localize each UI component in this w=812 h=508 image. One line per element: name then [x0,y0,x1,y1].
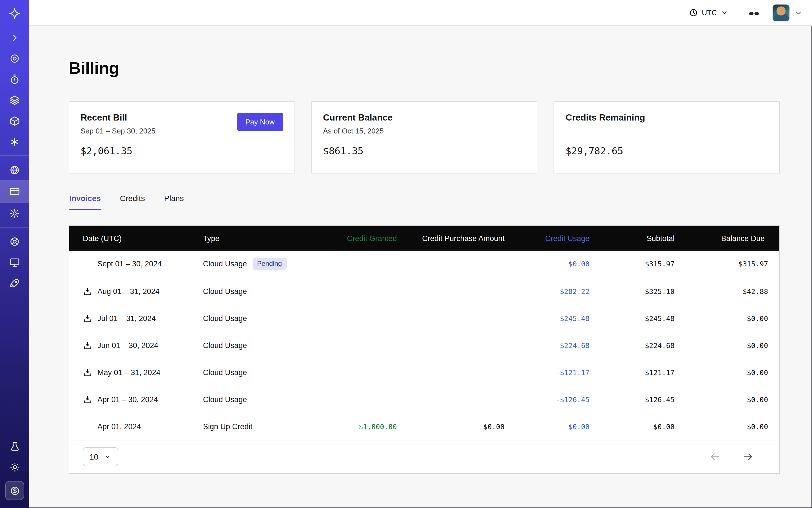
invoice-type: Sign Up Credit [203,422,253,431]
column-header-credit-purchase: Credit Purchase Amount [408,226,516,251]
sidebar-item-cube[interactable] [0,111,29,131]
glasses-icon[interactable] [748,6,760,19]
status-badge: Pending [253,258,286,270]
balance-due-value: $0.00 [686,413,779,440]
invoices-table: Date (UTC) Type Credit Granted Credit Pu… [69,226,779,440]
sidebar-item-theme[interactable] [0,457,29,477]
sidebar-item-globe[interactable] [0,159,29,180]
credit-purchase-value [408,386,516,413]
sidebar-item-layers[interactable] [0,90,29,111]
logo-icon[interactable] [0,0,29,27]
invoice-type: Cloud Usage [203,314,247,323]
sidebar-item-labs[interactable] [0,436,29,457]
sidebar [0,0,29,508]
table-row: Aug 01 – 31, 2024 Cloud Usage -$282.22 $… [69,278,779,305]
sidebar-item-console[interactable] [0,252,29,272]
column-header-date: Date (UTC) [69,226,203,251]
radar-icon [9,53,20,64]
table-row: Jun 01 – 30, 2024 Cloud Usage -$224.68 $… [69,332,779,359]
timer-icon [9,74,20,85]
invoice-date: Apr 01 – 30, 2024 [97,395,158,404]
balance-due-value: $0.00 [686,386,779,413]
subtotal-value: $245.48 [601,305,686,332]
download-invoice-icon[interactable] [83,394,92,404]
card-title: Current Balance [323,113,525,123]
credit-purchase-value: $0.00 [408,413,516,440]
card-subtitle [566,127,768,136]
download-invoice-icon[interactable] [83,313,92,323]
sidebar-item-support[interactable] [0,231,29,252]
credit-card-icon [9,186,20,197]
credit-usage-value: -$282.22 [516,278,601,305]
next-page-button[interactable] [741,450,755,464]
recent-bill-amount: $2,061.35 [81,145,283,157]
credit-granted-value [323,305,408,332]
sidebar-divider [0,227,29,227]
credit-granted-value: $1,000.00 [323,413,408,440]
avatar[interactable] [773,4,789,21]
balance-due-value: $315.97 [686,251,779,278]
download-invoice-icon[interactable] [83,340,92,350]
sidebar-item-radar[interactable] [0,48,29,69]
pay-now-button[interactable]: Pay Now [237,113,283,131]
credit-usage-value: $0.00 [516,251,601,278]
cube-icon [9,115,20,126]
page-size-select[interactable]: 10 [83,447,118,466]
page-title: Billing [69,58,780,78]
sidebar-item-billing[interactable] [0,180,29,203]
credit-purchase-value [408,359,516,386]
tab-plans[interactable]: Plans [164,190,184,210]
credits-remaining-card: Credits Remaining $29,782.65 [554,101,780,173]
column-header-credit-usage: Credit Usage [516,226,601,251]
download-invoice-icon[interactable] [83,286,92,296]
credit-purchase-value [408,305,516,332]
main-column: UTC Billing Recent Bill Sep 01 – Sep 30,… [29,0,812,508]
credit-granted-value [323,332,408,359]
dollar-coin-icon [9,485,20,496]
subtotal-value: $0.00 [601,413,686,440]
invoice-date: Sept 01 – 30, 2024 [97,260,162,268]
chevron-down-icon [103,453,111,461]
table-row: Apr 01, 2024 Sign Up Credit $1,000.00 $0… [69,413,779,440]
subtotal-value: $325.10 [601,278,686,305]
account-menu-chevron-icon[interactable] [794,8,803,17]
sidebar-item-timer[interactable] [0,69,29,90]
tab-credits[interactable]: Credits [119,190,145,210]
billing-page: Billing Recent Bill Sep 01 – Sep 30, 202… [29,26,812,508]
subtotal-value: $315.97 [601,251,686,278]
tab-invoices[interactable]: Invoices [69,190,101,210]
invoice-date: Jul 01 – 31, 2024 [97,314,156,323]
credit-usage-value: -$245.48 [516,305,601,332]
page-size-value: 10 [90,452,98,461]
invoice-date: Jun 01 – 30, 2024 [97,341,158,349]
invoice-date: Apr 01, 2024 [97,422,141,431]
credit-granted-value [323,359,408,386]
invoice-type: Cloud Usage [203,287,247,295]
chevron-down-icon [720,8,729,17]
subtotal-value: $121.17 [601,359,686,386]
table-row: Apr 01 – 30, 2024 Cloud Usage -$126.45 $… [69,386,779,413]
sidebar-item-deploy[interactable] [0,272,29,293]
rocket-icon [9,278,20,289]
download-invoice-icon[interactable] [83,368,92,377]
layers-icon [9,94,20,105]
clock-icon [689,8,698,17]
gear-icon [9,208,20,219]
invoice-type: Cloud Usage [203,368,247,377]
sidebar-item-settings[interactable] [0,203,29,223]
timezone-selector[interactable]: UTC [689,8,729,17]
recent-bill-card: Recent Bill Sep 01 – Sep 30, 2025 $2,061… [69,101,295,173]
balance-due-value: $0.00 [686,332,779,359]
table-row: Sept 01 – 30, 2024 Cloud UsagePending $0… [69,251,779,278]
sun-icon [9,462,20,472]
prev-page-button[interactable] [709,450,722,464]
sidebar-item-asterisk[interactable] [0,131,29,152]
sidebar-item-credits[interactable] [5,481,24,500]
invoice-type: Cloud Usage [203,260,247,268]
credit-granted-value [323,251,408,278]
sidebar-expand-button[interactable] [0,27,29,48]
chevron-right-icon [9,32,20,43]
arrow-left-icon [710,451,721,462]
globe-icon [9,164,20,175]
card-title: Credits Remaining [566,113,768,123]
